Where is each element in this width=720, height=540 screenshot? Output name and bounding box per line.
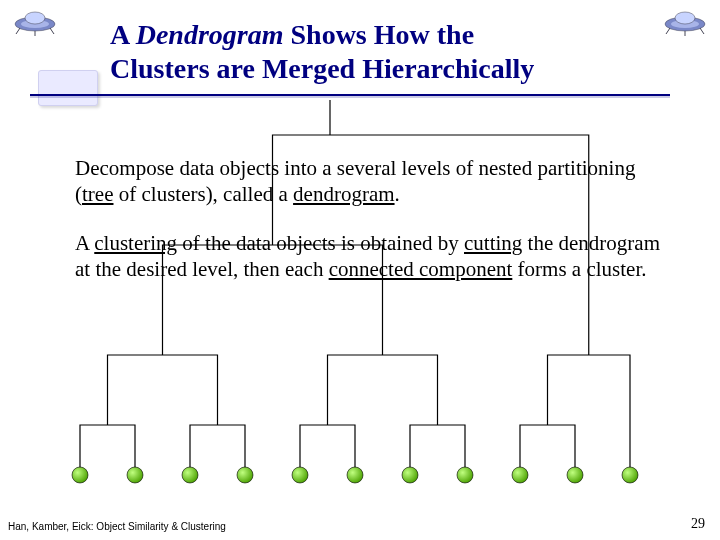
title-text: Clusters are Merged Hierarchically — [110, 53, 534, 84]
title-text: A — [110, 19, 136, 50]
dendrogram — [40, 95, 680, 500]
svg-line-9 — [666, 28, 670, 34]
svg-point-2 — [25, 12, 45, 24]
title-text: Shows How the — [283, 19, 474, 50]
ufo-icon — [12, 6, 58, 36]
svg-point-12 — [72, 467, 88, 483]
svg-point-8 — [675, 12, 695, 24]
title-emph: Dendrogram — [136, 19, 284, 50]
svg-point-19 — [457, 467, 473, 483]
svg-point-16 — [292, 467, 308, 483]
svg-point-13 — [127, 467, 143, 483]
svg-line-4 — [50, 28, 54, 34]
page-number: 29 — [691, 516, 705, 532]
slide-title: A Dendrogram Shows How the Clusters are … — [110, 18, 650, 85]
svg-point-18 — [402, 467, 418, 483]
svg-point-17 — [347, 467, 363, 483]
svg-point-21 — [567, 467, 583, 483]
svg-point-20 — [512, 467, 528, 483]
ufo-icon — [662, 6, 708, 36]
svg-line-10 — [700, 28, 704, 34]
footer-attribution: Han, Kamber, Eick: Object Similarity & C… — [8, 521, 226, 532]
svg-point-14 — [182, 467, 198, 483]
svg-point-22 — [622, 467, 638, 483]
svg-point-15 — [237, 467, 253, 483]
svg-line-3 — [16, 28, 20, 34]
